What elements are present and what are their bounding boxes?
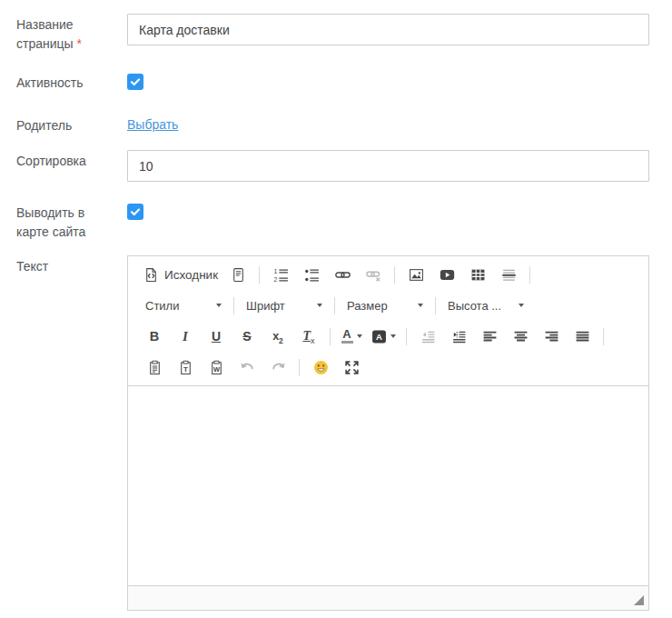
sort-input[interactable] — [127, 150, 649, 182]
editor-status-bar — [128, 585, 648, 610]
line-height-combo[interactable]: Высота ... — [443, 294, 529, 317]
italic-button[interactable]: I — [172, 324, 199, 348]
toolbar-separator — [299, 359, 300, 376]
numbered-list-icon: 12 — [273, 267, 289, 283]
indent-button[interactable] — [445, 324, 472, 348]
remove-format-icon: Tx — [302, 328, 314, 344]
parent-field-col: Выбрать — [127, 115, 649, 134]
outdent-icon — [420, 329, 436, 344]
rich-text-editor: Исходник12СтилиШрифтРазмерВысота ...BIUS… — [127, 255, 649, 611]
size-combo[interactable]: Размер — [342, 294, 428, 317]
form-row-activity: Активность — [16, 72, 672, 93]
align-left-icon — [482, 329, 498, 344]
text-field-col: Исходник12СтилиШрифтРазмерВысота ...BIUS… — [127, 255, 649, 611]
chevron-down-icon — [317, 304, 322, 307]
combo-label: Шрифт — [246, 299, 285, 313]
source-button[interactable]: Исходник — [141, 263, 221, 286]
video-icon — [440, 267, 455, 283]
toolbar-separator — [529, 266, 530, 284]
subscript-button[interactable]: x2 — [264, 324, 292, 348]
table-button[interactable] — [464, 263, 491, 286]
link-button[interactable] — [329, 263, 356, 286]
page-title-label-text: Название страницы — [16, 17, 74, 51]
activity-field-col — [127, 72, 649, 90]
text-color-icon: A — [341, 329, 353, 344]
chevron-down-icon — [519, 304, 524, 307]
italic-icon: I — [183, 330, 188, 344]
maximize-icon — [344, 360, 360, 375]
button-label: Исходник — [164, 268, 218, 282]
resize-grip-icon[interactable] — [634, 595, 644, 605]
horizontal-line-icon — [501, 267, 517, 283]
styles-combo[interactable]: Стили — [141, 294, 226, 317]
strikethrough-button[interactable]: S — [233, 324, 261, 348]
toolbar-row: BIUSx2TxAA — [132, 321, 645, 352]
video-button[interactable] — [433, 263, 460, 286]
font-combo[interactable]: Шрифт — [242, 294, 327, 317]
underline-icon: U — [212, 329, 221, 344]
bold-button[interactable]: B — [141, 324, 168, 348]
undo-icon — [240, 360, 255, 375]
combo-label: Высота ... — [448, 299, 501, 313]
redo-button — [264, 355, 292, 379]
paste-icon — [147, 360, 163, 375]
chevron-down-icon — [390, 334, 396, 338]
chevron-down-icon — [357, 334, 362, 338]
maximize-button[interactable] — [338, 355, 365, 379]
undo-button — [233, 355, 261, 379]
toolbar-separator — [406, 328, 407, 345]
align-right-button[interactable] — [538, 324, 565, 348]
templates-button[interactable] — [224, 263, 252, 286]
checkmark-icon — [130, 206, 141, 217]
source-icon — [143, 267, 159, 283]
page-title-input[interactable] — [127, 14, 649, 45]
required-asterisk: * — [77, 36, 82, 51]
align-left-button[interactable] — [476, 324, 503, 348]
smiley-icon — [313, 360, 329, 375]
form-row-page-title: Название страницы * — [16, 14, 672, 54]
bg-color-icon: A — [371, 329, 387, 344]
toolbar-separator — [330, 328, 331, 345]
smiley-button[interactable] — [307, 355, 334, 379]
underline-button[interactable]: U — [203, 324, 230, 348]
activity-checkbox[interactable] — [127, 74, 143, 90]
link-icon — [335, 267, 351, 283]
image-button[interactable] — [402, 263, 430, 286]
paste-text-icon: T — [178, 360, 193, 375]
document-icon — [231, 267, 246, 283]
form-row-text: Текст Исходник12СтилиШрифтРазмерВысота .… — [16, 255, 672, 611]
bg-color-button[interactable]: A — [369, 324, 399, 348]
sitemap-checkbox[interactable] — [127, 204, 143, 220]
bulleted-list-button[interactable] — [298, 263, 325, 286]
toolbar-row: СтилиШрифтРазмерВысота ... — [132, 290, 645, 321]
toolbar-separator — [394, 266, 395, 284]
sitemap-field-col — [127, 202, 649, 220]
text-color-button[interactable]: A — [338, 324, 365, 348]
justify-button[interactable] — [568, 324, 596, 348]
choose-parent-link[interactable]: Выбрать — [127, 115, 178, 134]
horizontal-line-button[interactable] — [495, 263, 522, 286]
numbered-list-button[interactable]: 12 — [267, 263, 294, 286]
svg-text:1: 1 — [273, 267, 277, 274]
outdent-button — [414, 324, 441, 348]
page-title-label: Название страницы * — [16, 14, 100, 54]
bold-icon: B — [150, 330, 159, 344]
paste-plain-text-button[interactable]: T — [172, 355, 199, 379]
editor-content[interactable] — [128, 386, 648, 585]
indent-icon — [451, 329, 467, 344]
paste-from-word-button[interactable]: W — [203, 355, 230, 379]
activity-label: Активность — [16, 72, 100, 93]
chevron-down-icon — [418, 304, 423, 307]
svg-text:2: 2 — [273, 275, 277, 282]
toolbar-separator — [259, 266, 260, 284]
parent-label: Родитель — [16, 115, 100, 135]
toolbar-separator — [233, 297, 234, 314]
form-row-sort: Сортировка — [16, 150, 672, 182]
toolbar-separator — [334, 297, 335, 314]
table-icon — [470, 267, 486, 283]
remove-format-button[interactable]: Tx — [295, 324, 322, 348]
paste-button[interactable] — [141, 355, 168, 379]
align-center-button[interactable] — [507, 324, 534, 348]
svg-text:T: T — [183, 364, 188, 373]
sort-field-col — [127, 150, 649, 182]
